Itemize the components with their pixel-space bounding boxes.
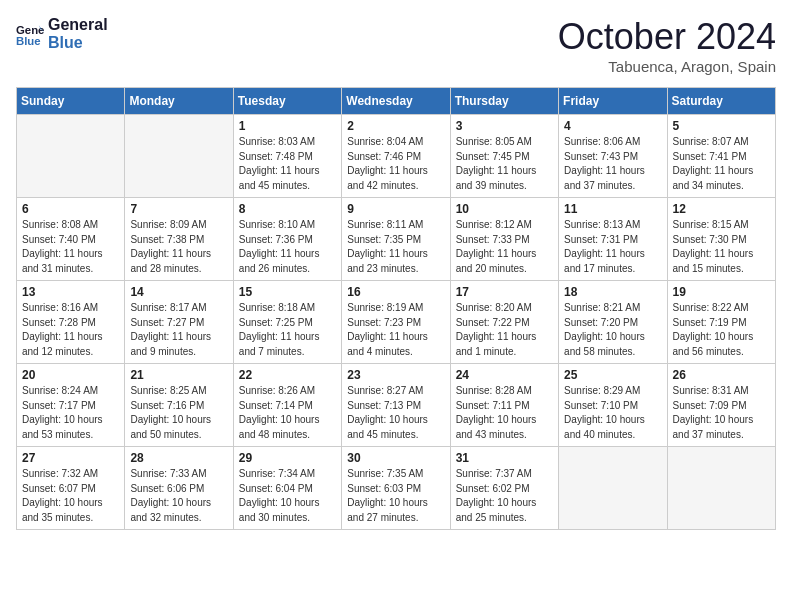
day-info: Sunrise: 8:04 AM Sunset: 7:46 PM Dayligh… xyxy=(347,135,444,193)
calendar-cell: 13Sunrise: 8:16 AM Sunset: 7:28 PM Dayli… xyxy=(17,281,125,364)
calendar-cell: 2Sunrise: 8:04 AM Sunset: 7:46 PM Daylig… xyxy=(342,115,450,198)
calendar-cell: 6Sunrise: 8:08 AM Sunset: 7:40 PM Daylig… xyxy=(17,198,125,281)
day-number: 13 xyxy=(22,285,119,299)
day-info: Sunrise: 8:05 AM Sunset: 7:45 PM Dayligh… xyxy=(456,135,553,193)
day-info: Sunrise: 8:16 AM Sunset: 7:28 PM Dayligh… xyxy=(22,301,119,359)
day-number: 21 xyxy=(130,368,227,382)
calendar-cell: 9Sunrise: 8:11 AM Sunset: 7:35 PM Daylig… xyxy=(342,198,450,281)
day-number: 6 xyxy=(22,202,119,216)
day-info: Sunrise: 7:34 AM Sunset: 6:04 PM Dayligh… xyxy=(239,467,336,525)
calendar-cell: 14Sunrise: 8:17 AM Sunset: 7:27 PM Dayli… xyxy=(125,281,233,364)
calendar-cell: 1Sunrise: 8:03 AM Sunset: 7:48 PM Daylig… xyxy=(233,115,341,198)
day-info: Sunrise: 7:32 AM Sunset: 6:07 PM Dayligh… xyxy=(22,467,119,525)
page-header: General Blue General Blue October 2024 T… xyxy=(16,16,776,75)
day-info: Sunrise: 7:37 AM Sunset: 6:02 PM Dayligh… xyxy=(456,467,553,525)
calendar-cell xyxy=(125,115,233,198)
day-number: 11 xyxy=(564,202,661,216)
day-number: 30 xyxy=(347,451,444,465)
calendar-cell: 16Sunrise: 8:19 AM Sunset: 7:23 PM Dayli… xyxy=(342,281,450,364)
day-number: 20 xyxy=(22,368,119,382)
day-number: 16 xyxy=(347,285,444,299)
day-info: Sunrise: 8:20 AM Sunset: 7:22 PM Dayligh… xyxy=(456,301,553,359)
day-number: 25 xyxy=(564,368,661,382)
calendar-cell: 29Sunrise: 7:34 AM Sunset: 6:04 PM Dayli… xyxy=(233,447,341,530)
day-number: 3 xyxy=(456,119,553,133)
weekday-header: Tuesday xyxy=(233,88,341,115)
day-number: 12 xyxy=(673,202,770,216)
day-number: 4 xyxy=(564,119,661,133)
day-info: Sunrise: 8:26 AM Sunset: 7:14 PM Dayligh… xyxy=(239,384,336,442)
day-info: Sunrise: 8:12 AM Sunset: 7:33 PM Dayligh… xyxy=(456,218,553,276)
day-number: 8 xyxy=(239,202,336,216)
calendar-cell: 26Sunrise: 8:31 AM Sunset: 7:09 PM Dayli… xyxy=(667,364,775,447)
day-number: 1 xyxy=(239,119,336,133)
day-number: 22 xyxy=(239,368,336,382)
weekday-header: Wednesday xyxy=(342,88,450,115)
day-number: 7 xyxy=(130,202,227,216)
day-number: 31 xyxy=(456,451,553,465)
calendar-cell: 25Sunrise: 8:29 AM Sunset: 7:10 PM Dayli… xyxy=(559,364,667,447)
calendar-cell xyxy=(17,115,125,198)
weekday-header: Thursday xyxy=(450,88,558,115)
calendar-week-row: 13Sunrise: 8:16 AM Sunset: 7:28 PM Dayli… xyxy=(17,281,776,364)
day-info: Sunrise: 8:22 AM Sunset: 7:19 PM Dayligh… xyxy=(673,301,770,359)
weekday-header: Sunday xyxy=(17,88,125,115)
calendar-cell: 15Sunrise: 8:18 AM Sunset: 7:25 PM Dayli… xyxy=(233,281,341,364)
day-info: Sunrise: 8:08 AM Sunset: 7:40 PM Dayligh… xyxy=(22,218,119,276)
calendar-cell: 24Sunrise: 8:28 AM Sunset: 7:11 PM Dayli… xyxy=(450,364,558,447)
calendar-week-row: 27Sunrise: 7:32 AM Sunset: 6:07 PM Dayli… xyxy=(17,447,776,530)
day-number: 28 xyxy=(130,451,227,465)
day-number: 19 xyxy=(673,285,770,299)
calendar-cell: 18Sunrise: 8:21 AM Sunset: 7:20 PM Dayli… xyxy=(559,281,667,364)
calendar-cell: 11Sunrise: 8:13 AM Sunset: 7:31 PM Dayli… xyxy=(559,198,667,281)
day-info: Sunrise: 8:27 AM Sunset: 7:13 PM Dayligh… xyxy=(347,384,444,442)
weekday-header: Monday xyxy=(125,88,233,115)
calendar-cell: 8Sunrise: 8:10 AM Sunset: 7:36 PM Daylig… xyxy=(233,198,341,281)
calendar-cell: 22Sunrise: 8:26 AM Sunset: 7:14 PM Dayli… xyxy=(233,364,341,447)
logo-line1: General xyxy=(48,16,108,34)
calendar-cell: 19Sunrise: 8:22 AM Sunset: 7:19 PM Dayli… xyxy=(667,281,775,364)
day-number: 9 xyxy=(347,202,444,216)
day-number: 26 xyxy=(673,368,770,382)
day-number: 10 xyxy=(456,202,553,216)
calendar-cell xyxy=(667,447,775,530)
day-info: Sunrise: 8:06 AM Sunset: 7:43 PM Dayligh… xyxy=(564,135,661,193)
day-info: Sunrise: 7:33 AM Sunset: 6:06 PM Dayligh… xyxy=(130,467,227,525)
day-number: 17 xyxy=(456,285,553,299)
calendar-cell: 12Sunrise: 8:15 AM Sunset: 7:30 PM Dayli… xyxy=(667,198,775,281)
day-info: Sunrise: 8:13 AM Sunset: 7:31 PM Dayligh… xyxy=(564,218,661,276)
logo-line2: Blue xyxy=(48,34,108,52)
day-number: 15 xyxy=(239,285,336,299)
calendar-cell: 3Sunrise: 8:05 AM Sunset: 7:45 PM Daylig… xyxy=(450,115,558,198)
calendar-cell: 20Sunrise: 8:24 AM Sunset: 7:17 PM Dayli… xyxy=(17,364,125,447)
calendar-week-row: 1Sunrise: 8:03 AM Sunset: 7:48 PM Daylig… xyxy=(17,115,776,198)
calendar-week-row: 20Sunrise: 8:24 AM Sunset: 7:17 PM Dayli… xyxy=(17,364,776,447)
day-info: Sunrise: 8:11 AM Sunset: 7:35 PM Dayligh… xyxy=(347,218,444,276)
calendar-cell: 4Sunrise: 8:06 AM Sunset: 7:43 PM Daylig… xyxy=(559,115,667,198)
day-info: Sunrise: 8:28 AM Sunset: 7:11 PM Dayligh… xyxy=(456,384,553,442)
day-number: 2 xyxy=(347,119,444,133)
day-info: Sunrise: 8:03 AM Sunset: 7:48 PM Dayligh… xyxy=(239,135,336,193)
day-number: 18 xyxy=(564,285,661,299)
day-info: Sunrise: 7:35 AM Sunset: 6:03 PM Dayligh… xyxy=(347,467,444,525)
title-block: October 2024 Tabuenca, Aragon, Spain xyxy=(558,16,776,75)
calendar-cell: 28Sunrise: 7:33 AM Sunset: 6:06 PM Dayli… xyxy=(125,447,233,530)
day-info: Sunrise: 8:15 AM Sunset: 7:30 PM Dayligh… xyxy=(673,218,770,276)
day-info: Sunrise: 8:25 AM Sunset: 7:16 PM Dayligh… xyxy=(130,384,227,442)
calendar-cell: 17Sunrise: 8:20 AM Sunset: 7:22 PM Dayli… xyxy=(450,281,558,364)
day-number: 23 xyxy=(347,368,444,382)
day-number: 24 xyxy=(456,368,553,382)
calendar-cell xyxy=(559,447,667,530)
calendar-table: SundayMondayTuesdayWednesdayThursdayFrid… xyxy=(16,87,776,530)
day-number: 5 xyxy=(673,119,770,133)
weekday-header: Friday xyxy=(559,88,667,115)
day-number: 29 xyxy=(239,451,336,465)
calendar-cell: 5Sunrise: 8:07 AM Sunset: 7:41 PM Daylig… xyxy=(667,115,775,198)
calendar-header-row: SundayMondayTuesdayWednesdayThursdayFrid… xyxy=(17,88,776,115)
day-info: Sunrise: 8:21 AM Sunset: 7:20 PM Dayligh… xyxy=(564,301,661,359)
day-info: Sunrise: 8:18 AM Sunset: 7:25 PM Dayligh… xyxy=(239,301,336,359)
day-info: Sunrise: 8:29 AM Sunset: 7:10 PM Dayligh… xyxy=(564,384,661,442)
day-info: Sunrise: 8:10 AM Sunset: 7:36 PM Dayligh… xyxy=(239,218,336,276)
calendar-week-row: 6Sunrise: 8:08 AM Sunset: 7:40 PM Daylig… xyxy=(17,198,776,281)
calendar-cell: 23Sunrise: 8:27 AM Sunset: 7:13 PM Dayli… xyxy=(342,364,450,447)
